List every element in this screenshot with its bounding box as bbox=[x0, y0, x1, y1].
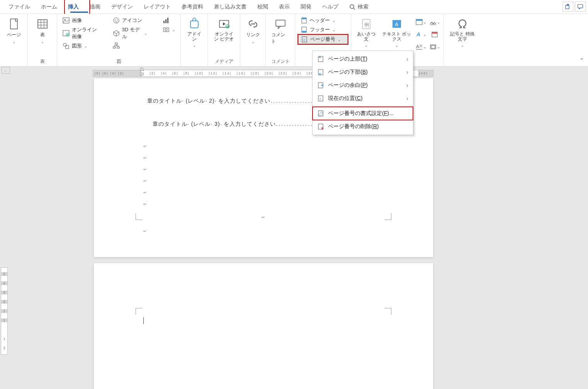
wordart-icon: A bbox=[415, 30, 423, 38]
search-button[interactable]: 検索 bbox=[344, 3, 374, 10]
shapes-icon bbox=[63, 42, 70, 49]
svg-rect-58 bbox=[321, 85, 323, 86]
link-label: リンク bbox=[246, 32, 260, 38]
datetime-button[interactable] bbox=[429, 29, 440, 39]
wordart-button[interactable]: A⌄ bbox=[415, 29, 427, 39]
collapse-ribbon-button[interactable]: ⌃ bbox=[580, 57, 584, 63]
svg-rect-21 bbox=[117, 47, 119, 48]
comment-label: コメント bbox=[271, 32, 289, 45]
ruler-left-margin[interactable]: |8| |6| |4| |2| bbox=[93, 70, 141, 77]
chevron-right-icon: › bbox=[406, 56, 408, 62]
comments-pane-button[interactable] bbox=[575, 2, 586, 12]
svg-rect-19 bbox=[115, 43, 117, 44]
pagenumber-button[interactable]: # ページ番号 ⌄ bbox=[298, 35, 348, 44]
document-page-2[interactable] bbox=[94, 263, 433, 389]
object-button[interactable]: ⌄ bbox=[429, 42, 440, 52]
svg-rect-15 bbox=[66, 46, 69, 49]
svg-point-16 bbox=[114, 18, 119, 23]
image-button[interactable]: 画像 bbox=[60, 16, 100, 25]
video-icon bbox=[218, 18, 230, 30]
tab-review[interactable]: 校閲 bbox=[252, 0, 274, 14]
dd-page-margin[interactable]: ページの余白(P) › bbox=[313, 79, 413, 92]
comment-button[interactable]: コメント bbox=[269, 16, 292, 46]
smartart-icon bbox=[113, 42, 120, 49]
share-button[interactable] bbox=[563, 2, 573, 12]
search-label: 検索 bbox=[358, 3, 369, 10]
object-icon bbox=[429, 43, 437, 51]
svg-text:例: 例 bbox=[364, 22, 369, 27]
svg-rect-42 bbox=[416, 19, 422, 21]
media-group-label: メディア bbox=[215, 58, 233, 66]
tab-help[interactable]: ヘルプ bbox=[317, 0, 344, 14]
tab-developer[interactable]: 開発 bbox=[295, 0, 317, 14]
svg-line-1 bbox=[353, 8, 355, 10]
margin-corner-tl bbox=[136, 308, 143, 315]
online-image-button[interactable]: オンライン画像 bbox=[60, 25, 100, 41]
pagenumber-icon: # bbox=[301, 36, 308, 43]
tab-mailings[interactable]: 差し込み文書 bbox=[209, 0, 252, 14]
indent-marker-icon[interactable] bbox=[140, 68, 144, 76]
signature-button[interactable]: ⌄ bbox=[429, 17, 440, 27]
video-label: オンライン ビデオ bbox=[213, 32, 235, 42]
tab-view[interactable]: 表示 bbox=[274, 0, 295, 14]
3dmodel-button[interactable]: 3D モデル ⌄ bbox=[110, 25, 150, 41]
illustrations-group-label: 図 bbox=[117, 58, 121, 66]
tab-references[interactable]: 参考資料 bbox=[176, 0, 209, 14]
addins-label: アドイン bbox=[186, 32, 202, 42]
textbox-label: テキスト ボックス bbox=[381, 32, 412, 42]
dd-page-top[interactable]: ページの上部(T) › bbox=[313, 52, 413, 66]
svg-rect-3 bbox=[578, 5, 583, 8]
ruler-vertical[interactable]: 5 4 3 2 1 1 1 2 bbox=[1, 267, 8, 355]
table-group-label: 表 bbox=[40, 58, 45, 66]
online-video-button[interactable]: オンライン ビデオ bbox=[211, 16, 237, 43]
tab-file[interactable]: ファイル bbox=[3, 0, 36, 14]
chart-button[interactable] bbox=[160, 16, 177, 25]
tab-insert[interactable]: 挿入 bbox=[63, 0, 84, 14]
dropcap-icon: A bbox=[415, 43, 423, 51]
signature-icon bbox=[429, 18, 437, 26]
dropcap-button[interactable]: A⌄ bbox=[415, 42, 427, 52]
quickparts-button[interactable]: ⌄ bbox=[415, 17, 427, 27]
pages-button[interactable]: ページ ⌄ bbox=[5, 16, 23, 46]
svg-text:A: A bbox=[416, 44, 419, 49]
textbox-icon: A bbox=[391, 18, 403, 30]
dd-page-bottom[interactable]: ページの下部(B) › bbox=[313, 66, 413, 79]
dd-format-pagenumber[interactable]: ページ番号の書式設定(F)... bbox=[313, 107, 413, 120]
screenshot-icon bbox=[163, 26, 170, 33]
svg-point-0 bbox=[350, 5, 354, 8]
smartart-button[interactable] bbox=[110, 42, 150, 50]
symbols-label: 記号と 特殊文字 bbox=[449, 32, 476, 42]
tab-layout[interactable]: レイアウト bbox=[138, 0, 176, 14]
pages-label: ページ bbox=[7, 32, 21, 38]
shapes-button[interactable]: 図形 ⌄ bbox=[60, 42, 100, 50]
symbols-button[interactable]: 記号と 特殊文字⌄ bbox=[447, 16, 478, 49]
svg-text:#: # bbox=[319, 97, 321, 101]
chevron-right-icon: › bbox=[406, 69, 408, 75]
table-button[interactable]: 表 ⌄ bbox=[34, 16, 51, 46]
dd-remove-pagenumber[interactable]: ページ番号の削除(R) bbox=[313, 120, 413, 133]
footer-button[interactable]: フッター ⌄ bbox=[298, 25, 348, 34]
remove-icon bbox=[317, 123, 324, 130]
toc-line-level2: 章のタイトル· (レベル· 2)· を入力してください.............… bbox=[147, 98, 326, 105]
svg-rect-2 bbox=[566, 5, 569, 9]
header-icon bbox=[301, 17, 308, 24]
ruler-corner[interactable]: ∟ bbox=[2, 67, 10, 74]
svg-point-18 bbox=[117, 20, 117, 20]
tab-home[interactable]: ホーム bbox=[36, 0, 63, 14]
tab-design[interactable]: デザイン bbox=[106, 0, 138, 14]
header-button[interactable]: ヘッダー ⌄ bbox=[298, 16, 348, 25]
pagebottom-icon bbox=[317, 69, 324, 76]
link-button[interactable]: リンク ⌄ bbox=[244, 16, 262, 46]
screenshot-button[interactable]: ⌄ bbox=[160, 25, 177, 34]
comment-icon bbox=[577, 3, 583, 10]
margin-corner-br bbox=[384, 213, 391, 220]
greeting-icon: 例 bbox=[360, 18, 372, 30]
svg-rect-32 bbox=[302, 18, 306, 19]
quickparts-icon bbox=[415, 18, 423, 26]
svg-rect-30 bbox=[276, 20, 285, 26]
dd-current-position[interactable]: # 現在の位置(C) › bbox=[313, 92, 413, 105]
footer-icon bbox=[301, 26, 308, 33]
addins-button[interactable]: アドイン ⌄ bbox=[184, 16, 204, 49]
icons-button[interactable]: アイコン bbox=[110, 16, 150, 25]
svg-point-11 bbox=[65, 19, 66, 20]
